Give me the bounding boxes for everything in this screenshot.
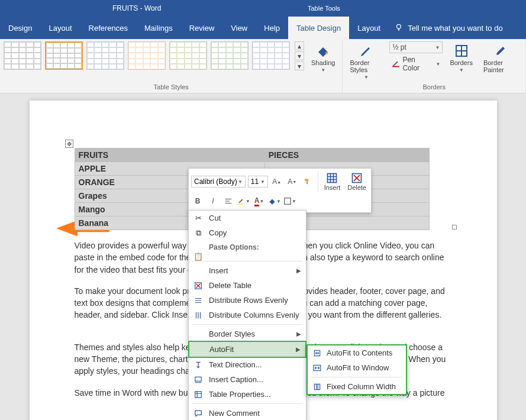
clipboard-icon: 📋 (193, 251, 203, 261)
pen-color-button[interactable]: Pen Color ▼ (389, 54, 443, 73)
ctx-insert[interactable]: Insert▶ (189, 263, 306, 278)
shading-mini-button[interactable]: ▼ (268, 195, 281, 208)
gallery-more-icon[interactable]: ▾ (295, 62, 304, 70)
ctx-dist-cols[interactable]: Distribute Columns Evenly (189, 308, 306, 322)
ctx-copy[interactable]: ⧉Copy (189, 225, 306, 240)
table-style-thumb[interactable] (4, 41, 41, 70)
border-painter-label: Border Painter (483, 59, 518, 73)
border-styles-label: Border Styles (350, 59, 382, 73)
ctx-delete-table[interactable]: Delete Table (189, 278, 306, 293)
table-header-cell[interactable]: FRUITS (75, 148, 264, 162)
table-styles-group-label: Table Styles (4, 83, 338, 92)
autofit-window[interactable]: AutoFit to Window (308, 360, 406, 375)
shading-button[interactable]: Shading ▼ (308, 41, 338, 75)
grow-font-button[interactable]: A▲ (270, 175, 283, 188)
tab-references[interactable]: References (80, 17, 136, 39)
title-bar: FRUITS - Word Table Tools (0, 0, 526, 17)
copy-icon: ⧉ (193, 228, 203, 238)
font-family-select[interactable]: Calibri (Body)▼ (191, 176, 246, 188)
fixed-column-width[interactable]: Fixed Column Width (308, 379, 406, 394)
font-color-button[interactable]: A▼ (253, 195, 266, 208)
bucket-icon (316, 44, 330, 58)
borders-group-label: Borders (346, 83, 522, 92)
highlight-button[interactable]: ▼ (237, 195, 250, 208)
scroll-down-icon[interactable]: ▾ (295, 51, 304, 60)
svg-rect-4 (328, 174, 337, 183)
ctx-dist-rows[interactable]: Distribute Rows Evenly (189, 293, 306, 308)
table-style-thumb[interactable] (86, 41, 124, 70)
table-style-thumb[interactable] (45, 41, 83, 70)
table-style-thumb[interactable] (211, 41, 249, 70)
table-style-thumb[interactable] (169, 41, 207, 70)
tab-view[interactable]: View (222, 17, 256, 39)
tab-design[interactable]: Design (0, 17, 40, 39)
tab-help[interactable]: Help (256, 17, 288, 39)
chevron-right-icon: ▶ (296, 331, 301, 337)
bold-button[interactable]: B (191, 195, 204, 208)
ctx-paste-option[interactable]: 📋 (189, 253, 306, 259)
table-insert-icon (326, 172, 338, 184)
delete-button[interactable]: Delete (345, 172, 369, 191)
svg-rect-9 (195, 377, 202, 381)
separator (192, 403, 302, 404)
ctx-border-styles[interactable]: Border Styles▶ (189, 327, 306, 341)
table-style-thumb[interactable] (128, 41, 166, 70)
document-title: FRUITS - Word (112, 4, 161, 12)
align-button[interactable] (222, 195, 235, 208)
pen-weight-select[interactable]: ½ pt ▼ (389, 41, 443, 53)
pen-color-icon (392, 59, 400, 69)
shrink-font-button[interactable]: A▼ (286, 175, 299, 188)
borders-icon (454, 44, 469, 58)
table-style-thumb[interactable] (252, 41, 290, 70)
chevron-down-icon: ▼ (435, 45, 440, 50)
separator (192, 324, 302, 325)
table-resize-handle[interactable] (452, 225, 457, 230)
table-style-scroll[interactable]: ▴ ▾ ▾ (295, 41, 304, 70)
pen-icon (359, 44, 373, 58)
border-styles-button[interactable]: Border Styles ▼ (346, 41, 386, 82)
border-painter-button[interactable]: Border Painter (480, 41, 522, 82)
scroll-up-icon[interactable]: ▴ (295, 41, 304, 50)
format-painter-button[interactable] (301, 175, 314, 188)
ctx-text-direction[interactable]: Text Direction... (189, 357, 306, 372)
autofit-contents-icon (312, 348, 322, 358)
caption-icon (193, 375, 203, 385)
dist-rows-icon (193, 296, 203, 305)
autofit-contents[interactable]: AutoFit to Contents (308, 345, 406, 360)
ctx-autofit[interactable]: AutoFit▶ (188, 341, 306, 358)
table-move-handle[interactable]: ✥ (65, 140, 73, 148)
tab-layout2[interactable]: Layout (349, 17, 389, 39)
table-header-cell[interactable]: PIECES (264, 148, 429, 162)
table-header-row: FRUITS PIECES (75, 148, 429, 162)
font-size-select[interactable]: 11▼ (248, 176, 268, 188)
bulb-icon (395, 23, 403, 33)
tell-me[interactable]: Tell me what you want to do (395, 23, 502, 33)
ctx-new-comment[interactable]: New Comment (189, 406, 306, 420)
svg-rect-10 (195, 391, 202, 398)
chevron-right-icon: ▶ (296, 346, 301, 353)
ctx-insert-caption[interactable]: Insert Caption... (189, 372, 306, 387)
ctx-cut[interactable]: ✂Cut (189, 211, 306, 225)
tab-layout[interactable]: Layout (40, 17, 80, 39)
chevron-down-icon: ▼ (459, 67, 464, 73)
ctx-table-properties[interactable]: Table Properties... (189, 387, 306, 402)
scissors-icon: ✂ (193, 214, 203, 223)
italic-button[interactable]: I (206, 195, 220, 208)
table-properties-icon (193, 390, 203, 399)
tab-review[interactable]: Review (181, 17, 223, 39)
borders-mini-button[interactable]: ▼ (283, 195, 296, 208)
comment-icon (193, 409, 203, 418)
mini-toolbar: Calibri (Body)▼ 11▼ A▲ A▼ Insert Delete … (188, 168, 372, 213)
tab-mailings[interactable]: Mailings (136, 17, 181, 39)
svg-point-0 (397, 24, 401, 28)
tab-table-design[interactable]: Table Design (288, 17, 349, 39)
table-delete-icon (351, 172, 363, 184)
context-menu: ✂Cut ⧉Copy Paste Options: 📋 Insert▶ Dele… (188, 210, 306, 420)
menu-bar: Design Layout References Mailings Review… (0, 17, 526, 39)
insert-button[interactable]: Insert (322, 172, 343, 191)
borders-button[interactable]: Borders ▼ (446, 41, 476, 82)
brush-icon (493, 44, 508, 58)
table-styles-gallery[interactable]: ▴ ▾ ▾ Shading ▼ (4, 41, 338, 75)
chevron-down-icon: ▼ (321, 67, 325, 73)
shading-label: Shading (311, 59, 335, 66)
